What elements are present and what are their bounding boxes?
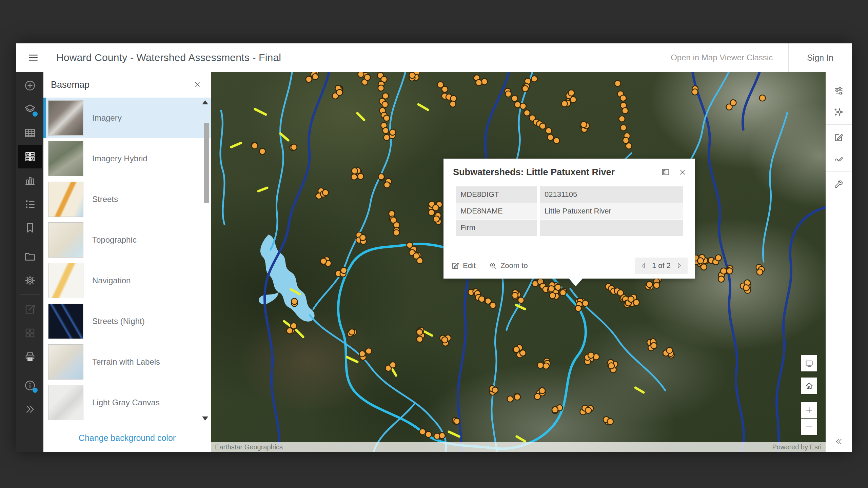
- sketch-icon: [833, 154, 844, 164]
- rail-add-data-button[interactable]: [18, 245, 42, 268]
- rail-bookmarks-button[interactable]: [18, 216, 42, 240]
- toolbar-sketch-button[interactable]: [828, 148, 849, 170]
- basemap-item-streets[interactable]: Streets: [43, 179, 211, 220]
- attribute-label: Firm: [456, 220, 537, 236]
- right-toolbar: [826, 72, 852, 452]
- scroll-up-arrow[interactable]: [202, 100, 208, 104]
- change-background-color-link[interactable]: Change background color: [79, 433, 176, 443]
- basemap-panel-footer: Change background color: [43, 424, 211, 452]
- basemap-panel-header: Basemap: [43, 72, 211, 98]
- basemap-item-imagery[interactable]: Imagery: [43, 98, 211, 138]
- rail-share-button[interactable]: [18, 297, 42, 321]
- scrollbar-thumb[interactable]: [204, 123, 209, 203]
- close-popup-button[interactable]: [677, 167, 688, 178]
- default-extent-button[interactable]: [801, 355, 817, 371]
- rail-add-button[interactable]: [18, 74, 42, 97]
- share-icon: [24, 303, 36, 316]
- toolbar-filter-button[interactable]: [828, 79, 849, 101]
- table-icon: [24, 127, 36, 139]
- zoom-in-button[interactable]: [801, 402, 817, 418]
- basemap-item-topo[interactable]: Topographic: [43, 220, 211, 260]
- sliders-icon: [833, 85, 844, 96]
- magnifier-plus-icon: [489, 261, 497, 270]
- attribute-label: MDE8DIGT: [456, 186, 537, 203]
- rail-print-button[interactable]: [18, 345, 42, 368]
- toolbar-utilities-button[interactable]: [828, 174, 849, 195]
- home-button[interactable]: [801, 378, 817, 394]
- rail-basemap-gallery-button[interactable]: [18, 145, 42, 168]
- rail-attribute-table-button[interactable]: [18, 121, 42, 145]
- toolbar-divider: [826, 124, 852, 125]
- basemap-item-terrain[interactable]: Terrain with Labels: [43, 342, 211, 382]
- bar-chart-icon: [24, 174, 36, 187]
- rail-legend-button[interactable]: [18, 192, 42, 216]
- plus-icon: [805, 406, 814, 415]
- basemap-item-label: Streets: [92, 195, 118, 204]
- basemap-item-label: Imagery Hybrid: [92, 154, 147, 163]
- attribution-source: Earthstar Geographics: [215, 443, 283, 451]
- toolbar-edit-button[interactable]: [828, 126, 849, 148]
- basemap-panel-title: Basemap: [51, 80, 90, 90]
- scroll-down-arrow[interactable]: [202, 416, 208, 421]
- minus-icon: [805, 422, 814, 431]
- attribute-table: MDE8DIGT02131105MDE8NAMELittle Patuxent …: [456, 186, 683, 236]
- toolbar-effects-button[interactable]: [828, 101, 849, 123]
- attribute-label: MDE8NAME: [456, 203, 537, 219]
- rail-apps-button[interactable]: [18, 321, 42, 345]
- zoom-to-button[interactable]: Zoom to: [489, 261, 528, 270]
- rail-settings-button[interactable]: [18, 268, 42, 292]
- popup-pointer: [569, 279, 583, 286]
- rail-divider: [20, 294, 40, 295]
- basemap-thumbnail-terrain: [48, 344, 83, 380]
- collapse-toolbar-button[interactable]: [832, 435, 846, 448]
- basemap-item-nav[interactable]: Navigation: [43, 260, 211, 301]
- basemap-thumbnail-topo: [48, 222, 83, 258]
- rail-charts-button[interactable]: [18, 168, 42, 192]
- basemap-panel-close-button[interactable]: [192, 79, 203, 91]
- triangle-left-icon: [640, 262, 647, 269]
- dock-icon: [661, 168, 670, 177]
- hamburger-icon: [27, 52, 39, 64]
- popup-pagination: 1 of 2: [635, 258, 688, 274]
- attribute-value: 02131105: [540, 186, 683, 203]
- notification-badge: [33, 111, 38, 117]
- rail-expand-rail-button[interactable]: [18, 397, 42, 421]
- powered-by-esri-link[interactable]: Powered by Esri: [772, 443, 822, 451]
- pagination-label: 1 of 2: [652, 261, 671, 270]
- home-icon: [805, 381, 814, 390]
- previous-feature-button[interactable]: [640, 262, 647, 269]
- edit-square-icon: [833, 132, 844, 143]
- edit-icon: [451, 261, 460, 270]
- popup-title: Subwatersheds: Little Patuxent River: [453, 167, 615, 178]
- top-bar: Howard County - Watershed Assessments - …: [16, 43, 852, 72]
- left-icon-rail: [16, 72, 43, 452]
- map-attribution-bar: Earthstar Geographics Powered by Esri: [211, 442, 826, 452]
- sign-in-button[interactable]: Sign In: [789, 53, 852, 63]
- attribute-value: Little Patuxent River: [540, 203, 683, 219]
- page-title: Howard County - Watershed Assessments - …: [56, 52, 281, 63]
- popup-footer: Edit Zoom to 1 of 2: [451, 258, 688, 274]
- zoom-out-button[interactable]: [801, 419, 817, 435]
- menu-button[interactable]: [26, 50, 41, 65]
- next-feature-button[interactable]: [675, 262, 683, 269]
- attribute-row: Firm: [456, 220, 683, 236]
- edit-button[interactable]: Edit: [451, 261, 476, 270]
- basemap-item-label: Topographic: [92, 235, 137, 245]
- open-map-viewer-classic-link[interactable]: Open in Map Viewer Classic: [655, 53, 788, 62]
- sparkle-icon: [833, 107, 844, 117]
- dock-popup-button[interactable]: [660, 167, 671, 178]
- basemap-thumbnail-streets: [48, 182, 83, 217]
- attribute-row: MDE8DIGT02131105: [456, 186, 683, 203]
- rail-layers-button[interactable]: [18, 97, 42, 121]
- app-window: Howard County - Watershed Assessments - …: [16, 43, 852, 452]
- basemap-item-label: Navigation: [92, 276, 131, 285]
- close-icon: [678, 168, 687, 177]
- apps-icon: [24, 327, 36, 339]
- rail-info-button[interactable]: [18, 373, 42, 397]
- basemap-item-label: Streets (Night): [92, 317, 145, 326]
- basemap-item-hybrid[interactable]: Imagery Hybrid: [43, 138, 211, 179]
- gear-icon: [24, 274, 36, 287]
- basemap-item-gray[interactable]: Light Gray Canvas: [43, 382, 211, 423]
- basemap-item-night[interactable]: Streets (Night): [43, 301, 211, 342]
- basemap-thumbnail-night: [48, 304, 83, 339]
